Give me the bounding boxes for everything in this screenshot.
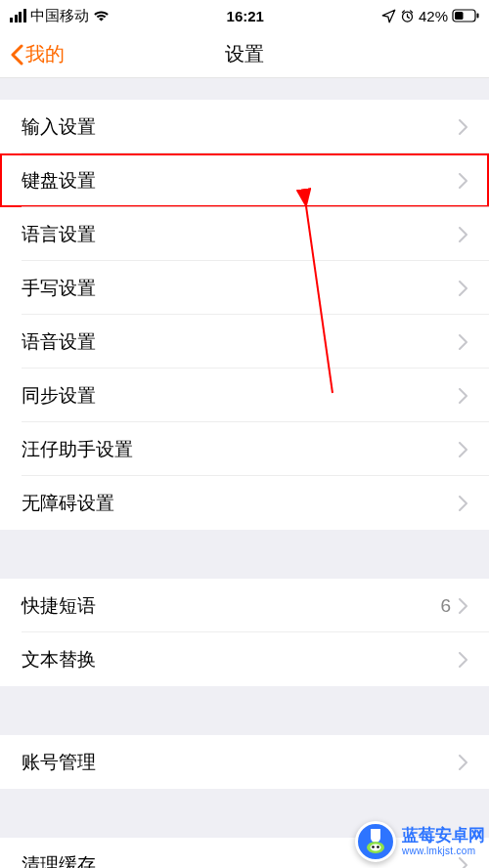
chevron-right-icon xyxy=(459,173,467,189)
item-label: 无障碍设置 xyxy=(22,491,114,516)
chevron-left-icon xyxy=(10,44,23,65)
chevron-right-icon xyxy=(459,755,467,770)
status-bar: 中国移动 16:21 42% xyxy=(0,0,489,31)
chevron-right-icon xyxy=(459,281,467,296)
shortcuts-count: 6 xyxy=(440,595,451,617)
input-settings-item[interactable]: 输入设置 xyxy=(0,100,489,153)
watermark-url: www.lmkjst.com xyxy=(402,846,485,857)
svg-point-8 xyxy=(372,846,375,848)
settings-group-2: 快捷短语 6 文本替换 xyxy=(0,579,489,686)
item-label: 语音设置 xyxy=(22,329,96,355)
battery-icon xyxy=(452,9,479,22)
watermark: 蓝莓安卓网 www.lmkjst.com xyxy=(355,821,485,862)
settings-group-1: 输入设置 键盘设置 语言设置 手写设置 语音设置 同步设置 汪仔助手设置 无障碍… xyxy=(0,100,489,530)
wangzai-assistant-item[interactable]: 汪仔助手设置 xyxy=(0,422,489,476)
chevron-right-icon xyxy=(459,388,467,404)
location-icon xyxy=(381,9,396,23)
watermark-badge-icon xyxy=(355,821,396,862)
sync-settings-item[interactable]: 同步设置 xyxy=(0,369,489,422)
signal-icon xyxy=(10,9,26,22)
svg-rect-2 xyxy=(477,14,479,19)
svg-rect-3 xyxy=(455,12,464,20)
language-settings-item[interactable]: 语言设置 xyxy=(0,207,489,261)
chevron-right-icon xyxy=(459,652,467,668)
keyboard-settings-item[interactable]: 键盘设置 xyxy=(0,153,489,207)
page-title: 设置 xyxy=(225,41,264,67)
status-time: 16:21 xyxy=(227,8,264,24)
battery-text: 42% xyxy=(419,8,448,24)
status-left: 中国移动 xyxy=(10,7,110,25)
item-label: 语言设置 xyxy=(22,222,96,247)
alarm-icon xyxy=(400,9,415,23)
item-label: 快捷短语 xyxy=(22,593,96,619)
shortcuts-item[interactable]: 快捷短语 6 xyxy=(0,579,489,632)
chevron-right-icon xyxy=(459,227,467,242)
item-label: 输入设置 xyxy=(22,114,96,140)
chevron-right-icon xyxy=(459,334,467,350)
wifi-icon xyxy=(93,10,110,22)
item-label: 手写设置 xyxy=(22,276,96,301)
back-label: 我的 xyxy=(25,41,65,67)
voice-settings-item[interactable]: 语音设置 xyxy=(0,315,489,369)
handwriting-settings-item[interactable]: 手写设置 xyxy=(0,261,489,315)
nav-bar: 我的 设置 xyxy=(0,31,489,78)
accessibility-settings-item[interactable]: 无障碍设置 xyxy=(0,476,489,530)
watermark-title: 蓝莓安卓网 xyxy=(402,826,485,846)
account-management-item[interactable]: 账号管理 xyxy=(0,735,489,789)
text-replace-item[interactable]: 文本替换 xyxy=(0,632,489,686)
item-label: 清理缓存 xyxy=(22,852,96,869)
back-button[interactable]: 我的 xyxy=(10,41,65,67)
watermark-text: 蓝莓安卓网 www.lmkjst.com xyxy=(402,826,485,856)
chevron-right-icon xyxy=(459,119,467,135)
chevron-right-icon xyxy=(459,496,467,511)
item-label: 文本替换 xyxy=(22,647,96,673)
svg-point-7 xyxy=(371,845,381,851)
section-spacer xyxy=(0,530,489,579)
section-spacer xyxy=(0,78,489,100)
settings-group-3: 账号管理 xyxy=(0,735,489,789)
chevron-right-icon xyxy=(459,598,467,614)
svg-point-9 xyxy=(377,846,379,848)
chevron-right-icon xyxy=(459,442,467,457)
carrier-label: 中国移动 xyxy=(30,7,89,25)
item-label: 汪仔助手设置 xyxy=(22,437,133,462)
item-label: 账号管理 xyxy=(22,750,96,775)
status-right: 42% xyxy=(381,8,479,24)
item-label: 键盘设置 xyxy=(22,168,96,194)
section-spacer xyxy=(0,686,489,735)
item-label: 同步设置 xyxy=(22,383,96,409)
